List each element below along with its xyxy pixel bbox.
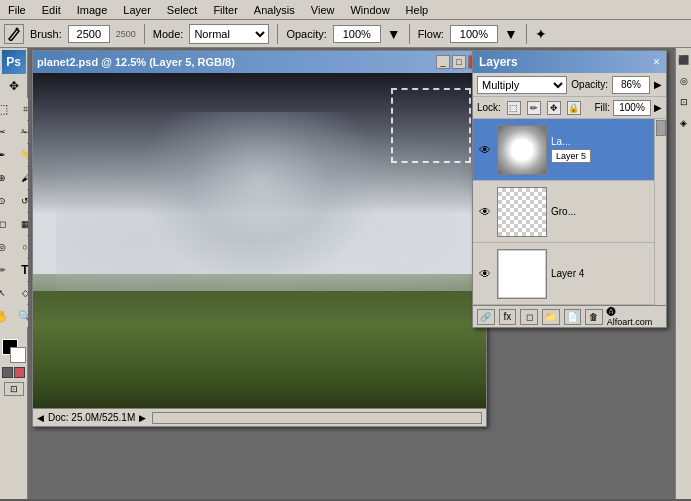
fill-input[interactable] <box>613 100 651 116</box>
right-tool-4[interactable]: ◈ <box>677 113 691 133</box>
brush-size-input[interactable] <box>68 25 110 43</box>
svg-point-0 <box>16 27 19 30</box>
menu-image[interactable]: Image <box>73 3 112 17</box>
canvas-window: planet2.psd @ 12.5% (Layer 5, RGB/8) _ □… <box>32 50 487 427</box>
background-color[interactable] <box>10 347 26 363</box>
group-thumbnail <box>497 187 547 237</box>
add-mask-btn[interactable]: ◻ <box>520 309 538 325</box>
doc-status: Doc: 25.0M/525.1M <box>48 412 135 423</box>
lock-transparent-btn[interactable]: ⬚ <box>507 101 521 115</box>
hand-tool[interactable]: ✋ <box>0 305 13 327</box>
standard-mode[interactable] <box>2 367 13 378</box>
quick-mask-mode[interactable] <box>14 367 25 378</box>
menu-help[interactable]: Help <box>402 3 433 17</box>
eraser-tool[interactable]: ◻ <box>0 213 13 235</box>
layers-mode-row: Multiply Normal Screen Overlay Opacity: … <box>473 73 666 97</box>
healing-tool[interactable]: ⊕ <box>0 167 13 189</box>
opacity-arrow[interactable]: ▼ <box>387 26 401 42</box>
group-eye-icon[interactable]: 👁 <box>477 204 493 220</box>
lock-move-btn[interactable]: ✥ <box>547 101 561 115</box>
mode-select[interactable]: Normal <box>189 24 269 44</box>
pen-tool[interactable]: ✏ <box>0 259 13 281</box>
airbrush-icon[interactable]: ✦ <box>535 26 547 42</box>
new-group-btn[interactable]: 📁 <box>542 309 560 325</box>
options-toolbar: Brush: 2500 Mode: Normal Opacity: ▼ Flow… <box>0 20 691 48</box>
horizontal-scrollbar[interactable] <box>152 412 482 424</box>
right-toolbox: ⬛ ◎ ⊡ ◈ <box>675 48 691 499</box>
opacity-label: Opacity: <box>286 28 326 40</box>
menu-filter[interactable]: Filter <box>209 3 241 17</box>
move-tool[interactable]: ✥ <box>3 75 25 97</box>
flow-label: Flow: <box>418 28 444 40</box>
layers-lock-row: Lock: ⬚ ✏ ✥ 🔒 Fill: ▶ <box>473 97 666 119</box>
rect-select-tool[interactable]: ⬚ <box>0 98 13 120</box>
canvas-minimize-btn[interactable]: _ <box>436 55 450 69</box>
right-tool-1[interactable]: ⬛ <box>677 50 691 70</box>
link-layers-btn[interactable]: 🔗 <box>477 309 495 325</box>
menu-layer[interactable]: Layer <box>119 3 155 17</box>
layers-mode-select[interactable]: Multiply Normal Screen Overlay <box>477 76 567 94</box>
brush-label: Brush: <box>30 28 62 40</box>
scroll-left-arrow[interactable]: ◀ <box>37 413 44 423</box>
menu-file[interactable]: File <box>4 3 30 17</box>
lock-brush-btn[interactable]: ✏ <box>527 101 541 115</box>
delete-layer-btn[interactable]: 🗑 <box>585 309 603 325</box>
layer5-eye-icon[interactable]: 👁 <box>477 142 493 158</box>
blur-tool[interactable]: ◎ <box>0 236 13 258</box>
fill-row: Fill: ▶ <box>594 100 662 116</box>
add-style-btn[interactable]: fx <box>499 309 517 325</box>
layer-item-layer4[interactable]: 👁 Layer 4 <box>473 243 666 305</box>
opacity-input[interactable] <box>333 25 381 43</box>
layer-item-group[interactable]: 👁 Gro... <box>473 181 666 243</box>
color-swatches <box>2 339 26 363</box>
menu-select[interactable]: Select <box>163 3 202 17</box>
screen-mode[interactable]: ⊡ <box>4 382 24 396</box>
menu-bar: File Edit Image Layer Select Filter Anal… <box>0 0 691 20</box>
new-layer-btn[interactable]: 📄 <box>564 309 582 325</box>
eyedropper-tool[interactable]: ✒ <box>0 144 13 166</box>
brush-tool-icon[interactable] <box>4 24 24 44</box>
menu-analysis[interactable]: Analysis <box>250 3 299 17</box>
separator2 <box>277 24 278 44</box>
menu-view[interactable]: View <box>307 3 339 17</box>
ps-logo: Ps <box>2 50 26 74</box>
lock-all-btn[interactable]: 🔒 <box>567 101 581 115</box>
separator <box>144 24 145 44</box>
layer5-thumb-content <box>498 126 546 174</box>
canvas-image-area[interactable]: ALFOART.COM <box>33 73 486 408</box>
canvas-statusbar: ◀ Doc: 25.0M/525.1M ▶ <box>33 408 486 426</box>
layers-bottom-bar: 🔗 fx ◻ 📁 📄 🗑 🅐 Alfoart.com <box>473 305 666 327</box>
quick-select-tool[interactable]: ✂ <box>0 121 13 143</box>
menu-window[interactable]: Window <box>346 3 393 17</box>
opacity-arrow-icon[interactable]: ▶ <box>654 79 662 90</box>
layers-list: 👁 La... Layer 5 👁 Gro. <box>473 119 666 305</box>
right-tool-2[interactable]: ◎ <box>677 71 691 91</box>
opacity-input[interactable] <box>612 76 650 94</box>
brush-size-sub: 2500 <box>116 29 136 39</box>
path-select-tool[interactable]: ↖ <box>0 282 13 304</box>
scroll-right-arrow[interactable]: ▶ <box>139 413 146 423</box>
layer5-name: La... <box>551 136 650 147</box>
layers-scrollbar[interactable] <box>654 119 666 305</box>
separator3 <box>409 24 410 44</box>
menu-edit[interactable]: Edit <box>38 3 65 17</box>
layer4-eye-icon[interactable]: 👁 <box>477 266 493 282</box>
toolbox: Ps ✥ ⬚ ⌗ ✂ ✁ ✒ 📏 ⊕ 🖌 ⊙ ↺ ◻ ▦ ◎ ○ <box>0 48 28 499</box>
right-tool-3[interactable]: ⊡ <box>677 92 691 112</box>
flow-arrow[interactable]: ▼ <box>504 26 518 42</box>
opacity-row: Opacity: ▶ <box>571 76 662 94</box>
canvas-maximize-btn[interactable]: □ <box>452 55 466 69</box>
layer-item-layer5[interactable]: 👁 La... Layer 5 <box>473 119 666 181</box>
group-info: Gro... <box>551 206 650 217</box>
flow-input[interactable] <box>450 25 498 43</box>
clone-tool[interactable]: ⊙ <box>0 190 13 212</box>
group-thumb-content <box>498 188 546 236</box>
layers-close-btn[interactable]: × <box>653 55 660 69</box>
scroll-thumb[interactable] <box>656 120 666 136</box>
fill-arrow[interactable]: ▶ <box>654 102 662 113</box>
layer5-thumbnail <box>497 125 547 175</box>
fill-label: Fill: <box>594 102 610 113</box>
canvas-area: planet2.psd @ 12.5% (Layer 5, RGB/8) _ □… <box>28 48 675 499</box>
mask-modes <box>2 367 25 378</box>
layers-title: Layers <box>479 55 518 69</box>
